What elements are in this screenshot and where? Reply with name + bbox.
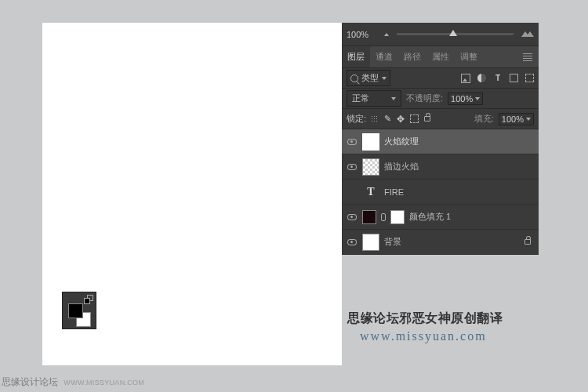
zoom-slider-thumb[interactable] — [449, 30, 457, 36]
eye-icon — [347, 214, 357, 220]
opacity-label: 不透明度: — [406, 93, 443, 104]
zoom-out-icon[interactable] — [384, 33, 389, 36]
watermark-text: 思缘论坛邪恶女神原创翻译 — [347, 310, 503, 327]
fill-label: 填充: — [474, 113, 494, 125]
layer-visibility-toggle[interactable] — [347, 239, 358, 245]
layer-row[interactable]: 颜色填充 1 — [342, 205, 539, 230]
lock-all-icon[interactable] — [424, 116, 430, 122]
chevron-down-icon — [475, 97, 480, 100]
layer-name[interactable]: 背景 — [384, 236, 401, 248]
search-icon — [350, 74, 358, 82]
layer-name[interactable]: 描边火焰 — [384, 161, 419, 172]
lock-label: 锁定: — [347, 113, 366, 125]
lock-transparency-icon[interactable] — [371, 115, 379, 123]
lock-icon — [524, 239, 531, 245]
eye-icon — [347, 164, 357, 170]
layer-thumbnail[interactable] — [362, 133, 379, 151]
chevron-down-icon — [526, 118, 531, 121]
filter-shape-icon[interactable] — [510, 74, 518, 82]
tab-channels[interactable]: 通道 — [370, 46, 398, 67]
layer-name[interactable]: 火焰纹理 — [384, 136, 419, 147]
lock-position-icon[interactable]: ✥ — [397, 114, 405, 125]
layer-row[interactable]: 描边火焰 — [342, 154, 539, 180]
layer-row[interactable]: 火焰纹理 — [342, 129, 539, 154]
opacity-input[interactable]: 100% — [448, 93, 483, 105]
layer-name[interactable]: 颜色填充 1 — [409, 211, 451, 223]
filter-pixel-icon[interactable] — [461, 74, 470, 83]
layer-filter-row: 类型 T — [342, 68, 539, 89]
lock-artboard-icon[interactable] — [410, 114, 419, 123]
panel-tabs: 图层 通道 路径 属性 调整 — [342, 46, 539, 68]
foreground-color[interactable] — [68, 303, 83, 318]
footer-url: WWW.MISSYUAN.COM — [64, 379, 144, 387]
layer-thumbnail[interactable] — [362, 234, 379, 251]
layer-thumbnail[interactable] — [362, 158, 379, 176]
eye-icon — [347, 239, 357, 245]
fill-input[interactable]: 100% — [499, 113, 534, 125]
footer-brand: 思缘设计论坛 — [2, 376, 58, 387]
zoom-slider[interactable] — [397, 33, 514, 35]
layer-visibility-toggle[interactable] — [347, 214, 358, 220]
watermark-url: www.missyuan.com — [360, 329, 487, 343]
filter-adjustment-icon[interactable] — [477, 74, 486, 82]
zoom-in-icon[interactable] — [521, 31, 534, 37]
tab-layers[interactable]: 图层 — [342, 46, 370, 67]
lock-pixels-icon[interactable]: ✎ — [384, 114, 391, 124]
fill-value: 100% — [502, 114, 524, 124]
footer: 思缘设计论坛 WWW.MISSYUAN.COM — [2, 376, 144, 389]
filter-type-label: 类型 — [361, 72, 379, 84]
zoom-value[interactable]: 100% — [347, 30, 379, 39]
swap-colors-icon[interactable] — [85, 295, 93, 303]
color-swatch-widget[interactable] — [62, 292, 96, 329]
text-layer-icon: T — [362, 186, 379, 198]
opacity-value: 100% — [451, 94, 473, 103]
filter-smartobject-icon[interactable] — [525, 74, 534, 82]
chevron-down-icon — [382, 77, 387, 80]
layer-thumbnail[interactable] — [362, 210, 376, 224]
layer-row[interactable]: T FIRE — [342, 180, 539, 205]
layer-mask-thumbnail[interactable] — [390, 210, 405, 224]
chevron-down-icon — [391, 97, 396, 100]
layer-visibility-toggle[interactable] — [347, 164, 358, 170]
link-icon[interactable] — [381, 213, 386, 221]
tab-paths[interactable]: 路径 — [398, 46, 426, 67]
lock-row: 锁定: ✎ ✥ 填充: 100% — [342, 109, 539, 129]
filter-type-icon[interactable]: T — [493, 74, 503, 83]
tab-properties[interactable]: 属性 — [426, 46, 455, 67]
blend-mode-value: 正常 — [352, 93, 369, 104]
layer-row[interactable]: 背景 — [342, 230, 539, 255]
filter-type-select[interactable]: 类型 — [347, 70, 390, 86]
navigator-zoom-bar: 100% — [342, 23, 539, 46]
eye-icon — [347, 139, 357, 145]
tab-adjustments[interactable]: 调整 — [455, 46, 483, 67]
blend-mode-select[interactable]: 正常 — [347, 90, 401, 107]
layer-visibility-toggle[interactable] — [347, 139, 358, 145]
panels-dock: 100% 图层 通道 路径 属性 调整 类型 T 正常 — [342, 23, 539, 255]
blend-mode-row: 正常 不透明度: 100% — [342, 89, 539, 109]
layer-name[interactable]: FIRE — [384, 187, 404, 197]
panel-menu-icon[interactable] — [517, 53, 539, 61]
